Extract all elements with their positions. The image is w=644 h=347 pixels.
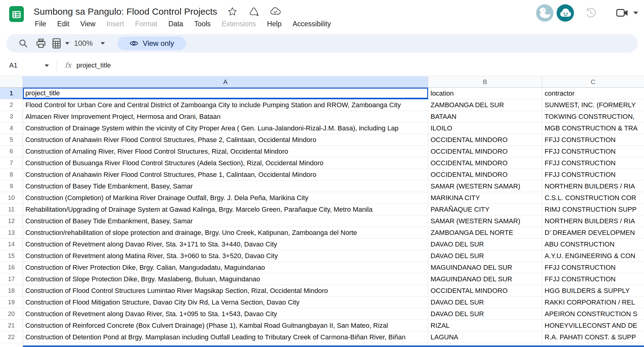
row-number-17[interactable]: 17: [0, 273, 23, 285]
menu-data[interactable]: Data: [163, 18, 189, 29]
video-call-button[interactable]: [616, 7, 638, 19]
cell-B9[interactable]: SAMAR (WESTERN SAMAR): [428, 181, 542, 192]
row-number-1[interactable]: 1: [0, 88, 23, 99]
cell-C18[interactable]: HGG BUILDERS & SUPPLY: [542, 285, 644, 297]
cell-A18[interactable]: Construction of Flood Control Structures…: [23, 285, 428, 297]
name-box[interactable]: A1: [0, 55, 56, 76]
cell-A10[interactable]: Construction (Completion) of Marikina Ri…: [23, 192, 428, 204]
row-number-9[interactable]: 9: [0, 181, 23, 192]
row-number-3[interactable]: 3: [0, 111, 23, 122]
cell-A11[interactable]: Rehabilitation/Upgrading of Drainage Sys…: [23, 204, 428, 215]
row-number-6[interactable]: 6: [0, 146, 23, 157]
cell-C6[interactable]: FFJJ CONSTRUCTION: [542, 146, 644, 157]
star-icon[interactable]: [226, 5, 239, 18]
cell-B20[interactable]: DAVAO DEL SUR: [428, 308, 542, 320]
cell-A13[interactable]: Construction/rehabilitation of slope pro…: [23, 227, 428, 239]
row-number[interactable]: [0, 343, 23, 347]
cell-A6[interactable]: Construction of Amaling River, River Flo…: [23, 146, 428, 157]
cell-C9[interactable]: NORTHERN BUILDERS / RIA: [542, 181, 644, 192]
row-number-16[interactable]: 16: [0, 262, 23, 273]
menu-help[interactable]: Help: [261, 18, 287, 29]
row-number-2[interactable]: 2: [0, 99, 23, 111]
cell-A7[interactable]: Construction of Busuanga River Flood Con…: [23, 157, 428, 169]
cell-B6[interactable]: OCCIDENTAL MINDORO: [428, 146, 542, 157]
calculator-icon[interactable]: [51, 34, 62, 53]
cell-A22[interactable]: Construction of Detention Pond at Brgy. …: [23, 331, 428, 343]
menu-tools[interactable]: Tools: [189, 18, 216, 29]
cell-C21[interactable]: HONEYVILLECONST AND DE: [542, 320, 644, 331]
row-number-21[interactable]: 21: [0, 320, 23, 331]
row-number-10[interactable]: 10: [0, 192, 23, 204]
column-header-c[interactable]: C: [542, 76, 644, 88]
cell-C2[interactable]: SUNWEST, INC. (FORMERLY: [542, 99, 644, 111]
cell-B13[interactable]: ZAMBOANGA DEL NORTE: [428, 227, 542, 239]
row-number-18[interactable]: 18: [0, 285, 23, 297]
row-number-19[interactable]: 19: [0, 297, 23, 308]
cell-C12[interactable]: NORTHERN BUILDERS / RIA: [542, 215, 644, 227]
cell-B14[interactable]: DAVAO DEL SUR: [428, 239, 542, 250]
cell-A16[interactable]: Construction of River Protection Dike, B…: [23, 262, 428, 273]
row-number-14[interactable]: 14: [0, 239, 23, 250]
cell-A15[interactable]: Construction of Revetment along Matina R…: [23, 250, 428, 262]
avatar-cloud-face[interactable]: [557, 4, 574, 22]
cell-C1[interactable]: contractor: [542, 88, 644, 99]
cell-B12[interactable]: SAMAR (WESTERN SAMAR): [428, 215, 542, 227]
cell-C3[interactable]: TOKWING CONSTRUCTION,: [542, 111, 644, 122]
cell-A17[interactable]: Construction of Slope Protection Dike, B…: [23, 273, 428, 285]
cell-C5[interactable]: FFJJ CONSTRUCTION: [542, 134, 644, 146]
column-header-b[interactable]: B: [428, 76, 542, 88]
row-number-4[interactable]: 4: [0, 122, 23, 134]
cell-C16[interactable]: FFJJ CONSTRUCTION: [542, 262, 644, 273]
menu-view[interactable]: View: [75, 18, 101, 29]
cell-A3[interactable]: Almacen River Improvement Project, Hermo…: [23, 111, 428, 122]
cell-A14[interactable]: Construction of Revetment along Davao Ri…: [23, 239, 428, 250]
cell-C10[interactable]: C.S.L. CONSTRUCTION COR: [542, 192, 644, 204]
cell-B17[interactable]: MAGUINDANAO DEL SUR: [428, 273, 542, 285]
cell-A20[interactable]: Construction of Revetment along Davao Ri…: [23, 308, 428, 320]
cell-C4[interactable]: MGB CONSTRUCTION & TRA: [542, 122, 644, 134]
cell-C13[interactable]: D' DREAMER DEVELOPMEN: [542, 227, 644, 239]
row-number-11[interactable]: 11: [0, 204, 23, 215]
cell-A21[interactable]: Construction of Reinforced Concrete (Box…: [23, 320, 428, 331]
avatar-duck[interactable]: [536, 4, 553, 22]
row-number-20[interactable]: 20: [0, 308, 23, 320]
cell-B16[interactable]: MAGUINDANAO DEL SUR: [428, 262, 542, 273]
cell-B1[interactable]: location: [428, 88, 542, 99]
formula-input[interactable]: project_title: [76, 61, 111, 69]
row-number-7[interactable]: 7: [0, 157, 23, 169]
cell-B2[interactable]: ZAMBOANGA DEL SUR: [428, 99, 542, 111]
zoom-selector[interactable]: 100%: [74, 34, 105, 53]
cell-B4[interactable]: ILOILO: [428, 122, 542, 134]
cell-A12[interactable]: Construction of Basey Tide Embankment, B…: [23, 215, 428, 227]
cell-B22[interactable]: LAGUNA: [428, 331, 542, 343]
view-only-badge[interactable]: View only: [117, 37, 186, 50]
cell-B18[interactable]: OCCIDENTAL MINDORO: [428, 285, 542, 297]
chevron-down-icon[interactable]: [64, 34, 71, 53]
menu-edit[interactable]: Edit: [52, 18, 75, 29]
cell-B11[interactable]: PARAÑAQUE CITY: [428, 204, 542, 215]
row-number-5[interactable]: 5: [0, 134, 23, 146]
cell-C17[interactable]: FFJJ CONSTRUCTION: [542, 273, 644, 285]
cell-B5[interactable]: OCCIDENTAL MINDORO: [428, 134, 542, 146]
cell-A8[interactable]: Construction of Anahawin River Flood Con…: [23, 169, 428, 181]
cell-C11[interactable]: RIMJ CONSTRUCTION SUPP: [542, 204, 644, 215]
row-number-12[interactable]: 12: [0, 215, 23, 227]
cell-A5[interactable]: Construction of Anahawin River Flood Con…: [23, 134, 428, 146]
cell-B21[interactable]: RIZAL: [428, 320, 542, 331]
cell-C19[interactable]: RAKKI CORPORATION / REL: [542, 297, 644, 308]
row-number-13[interactable]: 13: [0, 227, 23, 239]
cell-A9[interactable]: Construction of Basey Tide Embankment, B…: [23, 181, 428, 192]
cell-A2[interactable]: Flood Control for Urban Core and Central…: [23, 99, 428, 111]
cell-A4[interactable]: Construction of Drainage System within t…: [23, 122, 428, 134]
menu-accessibility[interactable]: Accessibility: [287, 18, 336, 29]
cell-B10[interactable]: MARIKINA CITY: [428, 192, 542, 204]
cell-C8[interactable]: FFJJ CONSTRUCTION: [542, 169, 644, 181]
cell-A19[interactable]: Construction of Flood Mitigation Structu…: [23, 297, 428, 308]
cell-B3[interactable]: BATAAN: [428, 111, 542, 122]
cell-A1[interactable]: project_title: [23, 88, 428, 99]
row-number-8[interactable]: 8: [0, 169, 23, 181]
cell-B7[interactable]: OCCIDENTAL MINDORO: [428, 157, 542, 169]
cell-B15[interactable]: DAVAO DEL SUR: [428, 250, 542, 262]
cell-C20[interactable]: APEIRON CONSTRUCTION S: [542, 308, 644, 320]
version-history-icon[interactable]: [585, 7, 597, 19]
